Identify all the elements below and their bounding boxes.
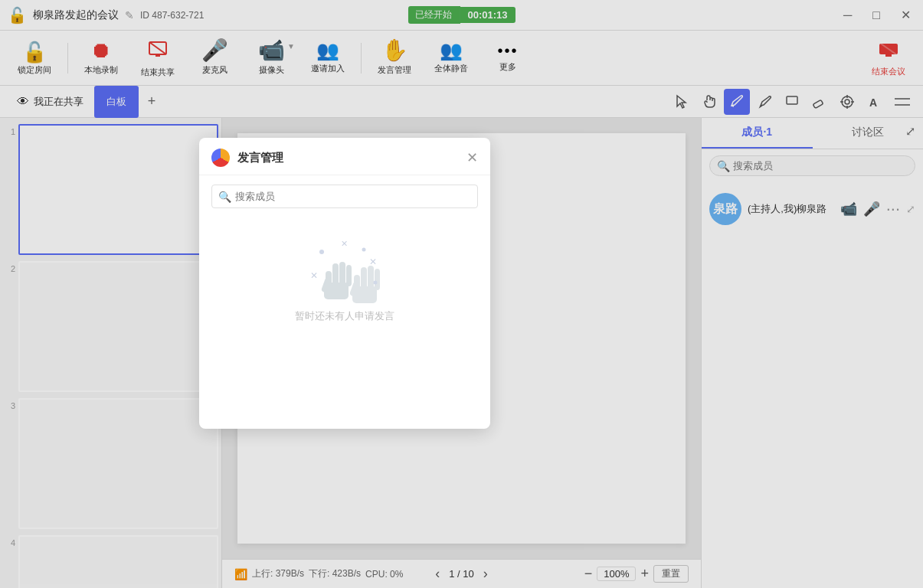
list-item[interactable]: 4	[3, 535, 218, 588]
drawing-toolbar: 👁 我正在共享 白板 + A	[0, 86, 923, 118]
list-item[interactable]: 1	[3, 124, 218, 255]
speech-mgmt-button[interactable]: ✋ 发言管理	[368, 34, 421, 82]
status-label: 已经开始	[407, 6, 460, 24]
search-input[interactable]	[709, 155, 915, 176]
svg-point-10	[845, 100, 849, 104]
more-label: 更多	[499, 61, 516, 73]
whiteboard-tab[interactable]: 白板	[94, 86, 139, 118]
svg-point-31	[362, 248, 366, 252]
camera-button[interactable]: 📹 摄像头 ▼	[244, 34, 298, 82]
members-tab-label: 成员·1	[741, 126, 772, 138]
pointer-tool[interactable]	[669, 89, 695, 115]
toolbar: 🔓 锁定房间 ⏺ 本地录制 结束共享 🎤 麦克风 📹 摄像头 ▼ 👥 邀请加入 …	[0, 31, 923, 86]
page-navigation: ‹ 1 / 10 ›	[432, 566, 491, 582]
right-tabs: 成员·1 讨论区 ⤢	[702, 118, 923, 149]
search-wrap: 🔍	[709, 155, 915, 176]
modal-empty-state: ✕ ✕ ✕ 暂时还未有人申请发言	[199, 217, 490, 354]
close-button[interactable]: ✕	[896, 6, 915, 24]
zoom-out-button[interactable]: −	[584, 566, 593, 582]
hand-tool[interactable]	[696, 89, 722, 115]
svg-rect-2	[155, 54, 160, 57]
meeting-timer: 00:01:13	[460, 7, 515, 23]
svg-text:✕: ✕	[310, 270, 318, 281]
pencil-tool[interactable]	[751, 89, 777, 115]
mute-all-label: 全体静音	[434, 63, 468, 74]
slide-thumbnail[interactable]	[18, 124, 218, 255]
maximize-button[interactable]: □	[868, 7, 885, 24]
next-page-button[interactable]: ›	[480, 566, 491, 582]
reset-zoom-button[interactable]: 重置	[653, 565, 689, 583]
total-pages: 10	[463, 568, 473, 580]
slide-thumbnail[interactable]	[18, 398, 218, 529]
search-icon: 🔍	[717, 160, 730, 172]
zoom-level[interactable]: 100%	[597, 567, 636, 581]
modal-search-input[interactable]	[211, 185, 478, 208]
end-meeting-icon	[878, 39, 899, 63]
list-item[interactable]: 3	[3, 398, 218, 529]
window-controls: ─ □ ✕	[839, 6, 915, 24]
zoom-in-button[interactable]: +	[640, 566, 649, 582]
slide-number: 4	[3, 535, 15, 547]
mic-button[interactable]: 🎤 麦克风	[188, 34, 241, 82]
svg-rect-23	[324, 283, 349, 299]
pagination-bar: 📶 上行: 379B/s 下行: 423B/s CPU: 0% ‹ 1 / 10…	[222, 559, 701, 588]
modal-search-wrap: 🔍	[211, 185, 478, 208]
mute-all-icon: 👥	[440, 41, 463, 60]
pen-tool[interactable]	[724, 89, 750, 115]
shared-tab[interactable]: 👁 我正在共享	[8, 86, 93, 118]
discussion-tab-label: 讨论区	[852, 126, 884, 138]
svg-rect-29	[352, 286, 377, 303]
expand-panel-button[interactable]: ⤢	[905, 124, 915, 139]
shape-tool[interactable]	[779, 89, 805, 115]
eraser-tool[interactable]	[807, 89, 833, 115]
more-button[interactable]: ••• 更多	[481, 34, 535, 82]
slide-thumbnail[interactable]	[18, 261, 218, 392]
list-item[interactable]: 2	[3, 261, 218, 392]
member-name: (主持人,我)柳泉路	[748, 202, 834, 216]
empty-illustration: ✕ ✕ ✕	[306, 240, 383, 309]
edit-icon[interactable]: ✎	[125, 9, 134, 21]
slide-number: 3	[3, 398, 15, 410]
camera-label: 摄像头	[259, 64, 284, 76]
mute-all-button[interactable]: 👥 全体静音	[424, 34, 478, 82]
slides-panel: 1 2 3 4 ◀	[0, 118, 222, 588]
network-info: 📶 上行: 379B/s 下行: 423B/s CPU: 0%	[234, 567, 403, 580]
member-list: 泉路 (主持人,我)柳泉路 📹 🎤 ··· ⤢	[702, 182, 923, 588]
tab-members[interactable]: 成员·1	[702, 118, 813, 149]
svg-line-6	[732, 106, 734, 106]
title-bar: 🔓 柳泉路发起的会议 ✎ ID 487-632-721 已经开始 00:01:1…	[0, 0, 923, 31]
empty-text: 暂时还未有人申请发言	[295, 309, 394, 323]
stop-share-button[interactable]: 结束共享	[131, 34, 185, 82]
record-button[interactable]: ⏺ 本地录制	[74, 34, 128, 82]
slide-number: 1	[3, 124, 15, 136]
lock-room-button[interactable]: 🔓 锁定房间	[8, 34, 61, 82]
svg-text:✕: ✕	[369, 256, 377, 267]
text-tool[interactable]: A	[862, 89, 888, 115]
slide-thumbnail[interactable]	[18, 535, 218, 588]
member-more-button[interactable]: ···	[886, 199, 900, 219]
target-tool[interactable]	[834, 89, 860, 115]
camera-dropdown-icon[interactable]: ▼	[287, 42, 295, 51]
more-tools-button[interactable]	[889, 89, 915, 115]
modal-title: 发言管理	[237, 151, 459, 165]
whiteboard-label: 白板	[106, 95, 126, 109]
stop-share-icon	[146, 38, 169, 64]
modal-close-button[interactable]: ✕	[466, 149, 478, 166]
prev-page-button[interactable]: ‹	[432, 566, 443, 582]
modal-header: 发言管理 ✕	[199, 138, 490, 175]
invite-button[interactable]: 👥 邀请加入	[301, 34, 355, 82]
page-separator: /	[457, 568, 463, 580]
speech-icon: ✋	[381, 40, 408, 61]
mic-control-button[interactable]: 🎤	[863, 201, 880, 217]
add-tab-button[interactable]: +	[140, 86, 163, 118]
minimize-button[interactable]: ─	[839, 7, 856, 24]
invite-label: 邀请加入	[311, 63, 345, 74]
member-expand-button[interactable]: ⤢	[906, 203, 915, 215]
current-page: 1	[449, 568, 454, 580]
toolbar-separator	[67, 43, 68, 74]
more-icon: •••	[497, 43, 518, 58]
modal-logo	[211, 149, 230, 167]
avatar-initials: 泉路	[713, 201, 738, 217]
video-control-button[interactable]: 📹	[840, 201, 857, 217]
end-meeting-button[interactable]: 结束会议	[862, 34, 915, 82]
